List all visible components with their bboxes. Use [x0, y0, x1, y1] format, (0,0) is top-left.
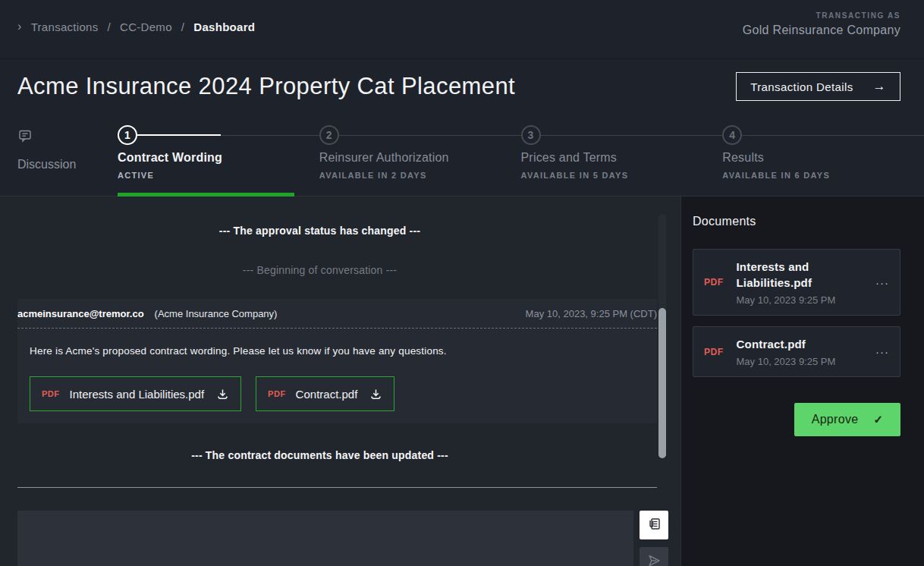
transaction-details-button[interactable]: Transaction Details →	[736, 72, 900, 101]
download-icon[interactable]	[369, 388, 382, 401]
attach-document-icon	[646, 516, 662, 534]
main-content: --- The approval status has changed --- …	[0, 197, 924, 566]
step-1-status: ACTIVE	[118, 171, 319, 180]
breadcrumb-transactions[interactable]: Transactions	[31, 20, 99, 33]
composer-buttons	[640, 511, 668, 566]
top-bar: › Transactions / CC-Demo / Dashboard TRA…	[0, 0, 924, 59]
breadcrumb-dashboard[interactable]: Dashboard	[193, 20, 255, 33]
title-row: Acme Insurance 2024 Property Cat Placeme…	[0, 72, 924, 101]
app-root: › Transactions / CC-Demo / Dashboard TRA…	[0, 0, 924, 566]
chat-panel: --- The approval status has changed --- …	[0, 197, 680, 566]
workflow-stepper: Discussion 1 Contract Wording ACTIVE 2 R…	[0, 121, 924, 197]
arrow-right-icon: →	[873, 79, 886, 94]
tab-prices-and-terms[interactable]: 3 Prices and Terms AVAILABLE IN 5 DAYS	[521, 121, 723, 196]
step-3-connector	[541, 135, 723, 136]
step-2-connector	[339, 135, 521, 136]
message-timestamp: May 10, 2023, 9:25 PM (CDT)	[526, 308, 657, 319]
step-4-circle: 4	[722, 125, 742, 145]
document-name: Contract.pdf	[737, 336, 836, 352]
attachment-name: Interests and Liabilities.pdf	[70, 388, 205, 401]
attachment-contract-pdf[interactable]: PDF Contract.pdf	[256, 376, 394, 411]
tab-discussion[interactable]: Discussion	[17, 121, 118, 196]
documents-sidebar: Documents PDF Interests and Liabilities.…	[680, 197, 924, 566]
transacting-as-block: TRANSACTING AS Gold Reinsurance Company	[743, 11, 900, 37]
tab-discussion-label: Discussion	[17, 158, 118, 171]
step-1-circle: 1	[118, 125, 137, 145]
chat-message-header: acmeinsurance@tremor.co (Acme Insurance …	[17, 308, 657, 329]
chevron-right-icon: ›	[17, 20, 22, 33]
approve-label: Approve	[812, 413, 859, 426]
message-input[interactable]	[17, 511, 633, 566]
message-attachments: PDF Interests and Liabilities.pdf PDF	[30, 376, 645, 411]
breadcrumb-separator: /	[108, 20, 111, 33]
tab-reinsurer-authorization[interactable]: 2 Reinsurer Authorization AVAILABLE IN 2…	[319, 121, 521, 196]
step-4-title: Results	[722, 151, 924, 165]
attachment-name: Contract.pdf	[296, 388, 358, 401]
tab-results[interactable]: 4 Results AVAILABLE IN 6 DAYS	[722, 121, 924, 196]
transacting-as-label: TRANSACTING AS	[743, 11, 900, 20]
pdf-icon: PDF	[704, 347, 724, 357]
send-icon	[646, 553, 662, 566]
documents-title: Documents	[693, 215, 900, 228]
step-2-status: AVAILABLE IN 2 DAYS	[319, 171, 521, 180]
check-icon: ✓	[873, 413, 883, 426]
step-3-status: AVAILABLE IN 5 DAYS	[521, 171, 723, 180]
chat-message: acmeinsurance@tremor.co (Acme Insurance …	[17, 299, 657, 423]
attachment-interests-liabilities-pdf[interactable]: PDF Interests and Liabilities.pdf	[30, 376, 241, 411]
message-composer	[17, 511, 680, 566]
approve-button[interactable]: Approve ✓	[794, 403, 900, 436]
step-2-circle: 2	[319, 125, 339, 145]
message-sender-email: acmeinsurance@tremor.co	[17, 308, 144, 319]
breadcrumb-cc-demo[interactable]: CC-Demo	[120, 20, 172, 33]
step-1-title: Contract Wording	[118, 151, 319, 165]
document-name: Interests and Liabilities.pdf	[737, 259, 863, 291]
page-title: Acme Insurance 2024 Property Cat Placeme…	[17, 73, 515, 100]
tab-contract-wording[interactable]: 1 Contract Wording ACTIVE	[118, 121, 319, 196]
chat-scrollbar[interactable]	[658, 214, 666, 458]
transacting-as-company: Gold Reinsurance Company	[743, 24, 900, 37]
step-1-connector	[137, 135, 319, 136]
send-message-button[interactable]	[640, 547, 668, 566]
more-options-icon[interactable]: ···	[875, 345, 889, 358]
step-3-circle: 3	[521, 125, 541, 145]
pdf-icon: PDF	[42, 389, 60, 398]
breadcrumb: › Transactions / CC-Demo / Dashboard	[17, 20, 255, 33]
system-message-approval-status: --- The approval status has changed ---	[0, 225, 640, 237]
more-options-icon[interactable]: ···	[875, 276, 889, 289]
discussion-chat-icon	[17, 128, 33, 147]
chat-scrollbar-thumb[interactable]	[658, 308, 666, 458]
document-date: May 10, 2023 9:25 PM	[737, 356, 836, 367]
message-sender-org: (Acme Insurance Company)	[155, 308, 278, 319]
step-4-connector	[742, 135, 924, 136]
transaction-details-label: Transaction Details	[750, 80, 853, 93]
chat-divider	[17, 487, 657, 488]
step-3-title: Prices and Terms	[521, 151, 723, 165]
document-card-contract[interactable]: PDF Contract.pdf May 10, 2023 9:25 PM ··…	[693, 326, 900, 377]
attach-document-button[interactable]	[640, 511, 668, 539]
breadcrumb-separator: /	[181, 20, 184, 33]
system-message-beginning: --- Beginning of conversation ---	[0, 264, 640, 276]
message-body: Here is Acme's proposed contract wording…	[30, 345, 645, 357]
system-message-documents-updated: --- The contract documents have been upd…	[0, 449, 640, 461]
step-4-status: AVAILABLE IN 6 DAYS	[722, 171, 924, 180]
download-icon[interactable]	[216, 388, 229, 401]
document-date: May 10, 2023 9:25 PM	[737, 294, 863, 306]
pdf-icon: PDF	[268, 389, 286, 398]
pdf-icon: PDF	[704, 277, 724, 288]
document-card-interests-liabilities[interactable]: PDF Interests and Liabilities.pdf May 10…	[693, 249, 900, 316]
step-2-title: Reinsurer Authorization	[319, 151, 521, 165]
